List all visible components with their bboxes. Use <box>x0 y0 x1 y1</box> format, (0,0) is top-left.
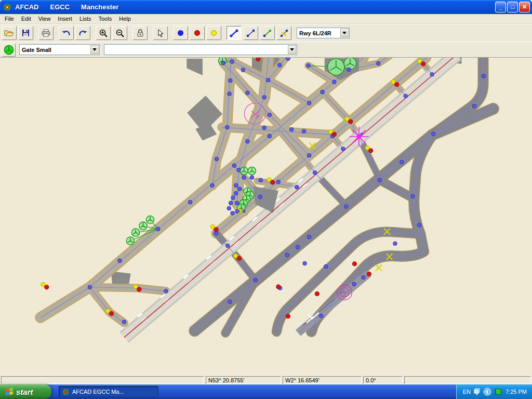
gate-tool-button[interactable] <box>2 43 16 57</box>
redo-arrow-icon <box>78 30 87 37</box>
taxi-node <box>232 164 236 168</box>
taxi-node <box>276 180 281 184</box>
printer-icon <box>42 29 50 37</box>
taxi-node <box>286 58 290 61</box>
select-cursor-button[interactable] <box>153 26 168 40</box>
runway-selector[interactable]: Rwy 6L/24R <box>297 28 350 38</box>
menu-view[interactable]: View <box>35 15 55 23</box>
draw-link2-button[interactable] <box>243 26 258 40</box>
taxi-node <box>241 68 245 72</box>
taxi-node <box>289 127 294 131</box>
language-indicator[interactable]: EN <box>463 389 471 395</box>
parking-gate <box>248 167 256 175</box>
taxi-node <box>228 92 232 96</box>
taxi-node <box>164 289 168 294</box>
status-bar: N53° 20.8755' W2° 16.6549' 0.0° <box>0 376 532 384</box>
parking-name-dropdown-button[interactable] <box>288 45 296 54</box>
menu-file[interactable]: File <box>1 15 18 23</box>
runway-selector-dropdown-button[interactable] <box>340 29 349 37</box>
menu-edit[interactable]: Edit <box>18 15 35 23</box>
taxi-node <box>303 261 307 265</box>
taxi-node <box>268 134 272 138</box>
taxi-node <box>482 74 486 78</box>
language-options-icon[interactable] <box>474 388 480 395</box>
heading-panel: 0.0° <box>363 376 403 384</box>
green-link-icon <box>263 29 272 37</box>
close-button[interactable]: ✕ <box>519 2 530 12</box>
blue-node-icon <box>178 30 183 36</box>
airport-map[interactable] <box>0 57 532 376</box>
draw-cross-link-button[interactable] <box>276 26 291 40</box>
taxi-node <box>246 91 250 95</box>
window-title: AFCAD EGCC Manchester <box>15 3 118 11</box>
hold-short-red <box>270 180 274 184</box>
add-red-node-button[interactable] <box>190 26 205 40</box>
lock-button[interactable] <box>132 26 148 40</box>
status-extra-panel <box>404 376 531 384</box>
taxi-node <box>376 61 380 65</box>
afcad-window: AFCAD EGCC Manchester _ □ ✕ FileEditView… <box>0 0 532 399</box>
menu-insert[interactable]: Insert <box>54 15 76 23</box>
add-blue-node-button[interactable] <box>173 26 188 40</box>
taxi-node <box>266 78 270 82</box>
zoom-in-button[interactable] <box>96 26 111 40</box>
airport-map-canvas[interactable] <box>0 58 532 376</box>
start-button[interactable]: start <box>0 384 51 399</box>
gate-icon <box>4 45 14 55</box>
parking-gate <box>328 59 344 75</box>
cursor-arrow-icon <box>157 29 164 37</box>
undo-button[interactable] <box>59 26 74 40</box>
taxi-node <box>307 101 311 105</box>
maximize-button[interactable]: □ <box>507 2 518 12</box>
menu-lists[interactable]: Lists <box>76 15 95 23</box>
taxi-node <box>352 282 356 286</box>
taskbar-task-afcad[interactable]: AFCAD EGCC Ma... <box>59 386 158 397</box>
draw-green-link-button[interactable] <box>260 26 275 40</box>
taxi-node <box>210 183 215 188</box>
taxi-node <box>231 196 235 200</box>
redo-button[interactable] <box>75 26 90 40</box>
taxi-node <box>258 195 262 199</box>
parking-type-dropdown-button[interactable] <box>90 45 99 54</box>
taxi-node <box>228 300 232 304</box>
taxi-node <box>341 147 345 151</box>
hold-short-red <box>237 256 241 260</box>
taxi-node <box>268 113 272 117</box>
parking-gate <box>126 237 134 245</box>
hold-short-red <box>109 311 113 315</box>
menu-tools[interactable]: Tools <box>95 15 116 23</box>
parking-name-select[interactable] <box>104 44 297 55</box>
clock[interactable]: 7:25 PM <box>506 389 527 395</box>
yellow-node-icon <box>211 30 217 36</box>
undo-arrow-icon <box>62 30 71 37</box>
add-yellow-node-button[interactable] <box>206 26 221 40</box>
taxi-node <box>235 201 239 205</box>
open-button[interactable] <box>2 26 17 40</box>
taxi-node <box>225 244 230 248</box>
print-button[interactable] <box>38 26 54 40</box>
draw-link-button[interactable] <box>227 26 242 40</box>
save-button[interactable] <box>18 26 33 40</box>
taxi-node <box>307 235 311 239</box>
taxi-node <box>246 139 250 143</box>
menu-help[interactable]: Help <box>115 15 135 23</box>
taxi-node <box>324 264 328 269</box>
red-node <box>276 285 281 289</box>
zoom-out-button[interactable] <box>112 26 127 40</box>
cross-link-icon <box>280 29 289 37</box>
red-node-icon <box>194 30 200 36</box>
parking-type-select[interactable]: Gate Small <box>19 44 100 55</box>
app-icon <box>3 3 12 11</box>
hide-icons-chevron[interactable] <box>483 388 491 396</box>
task-label: AFCAD EGCC Ma... <box>72 389 124 395</box>
parking-gate <box>344 58 356 70</box>
hold-short-red <box>137 287 141 291</box>
zoom-out-icon <box>116 29 124 37</box>
taxi-node <box>229 78 233 83</box>
closed-x-mark <box>376 264 382 271</box>
minimize-button[interactable]: _ <box>495 2 506 12</box>
taxi-node <box>259 178 263 182</box>
taxi-node <box>237 168 241 172</box>
messenger-flag-icon[interactable] <box>495 388 502 396</box>
taxi-node <box>400 160 404 164</box>
